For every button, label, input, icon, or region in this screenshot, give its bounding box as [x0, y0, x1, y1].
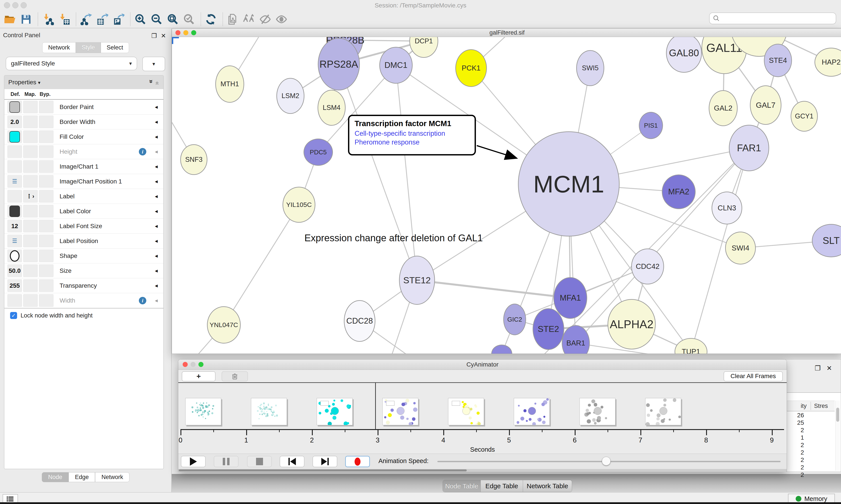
property-row[interactable]: Image/Chart 1◂: [4, 159, 163, 174]
expand-row-icon[interactable]: ◂: [155, 208, 158, 215]
network-node-SLT2[interactable]: SLT: [812, 224, 841, 257]
expand-row-icon[interactable]: ◂: [155, 163, 158, 170]
property-map-cell[interactable]: [23, 145, 38, 158]
property-def-cell[interactable]: [7, 145, 22, 158]
network-node-SNF3[interactable]: SNF3: [180, 144, 208, 175]
property-row[interactable]: ☰Image/Chart Position 1◂: [4, 174, 163, 189]
properties-header[interactable]: Properties ▾ »»: [4, 75, 163, 89]
property-row[interactable]: ☰Label Position◂: [4, 234, 163, 249]
network-node-GAL80[interactable]: GAL80: [666, 37, 702, 73]
style-options-button[interactable]: ▾: [142, 57, 165, 71]
property-row[interactable]: 50.0Size◂: [4, 264, 163, 278]
tab-select[interactable]: Select: [101, 42, 129, 53]
property-map-cell[interactable]: [23, 115, 38, 128]
network-node-NODE2[interactable]: [491, 345, 512, 354]
property-def-cell[interactable]: [7, 250, 22, 262]
cyanimator-titlebar[interactable]: CyAnimator: [178, 360, 787, 370]
network-node-PCK1[interactable]: PCK1: [455, 49, 487, 87]
property-def-cell[interactable]: [7, 190, 22, 202]
property-byp-cell[interactable]: [39, 190, 53, 202]
network-node-MFA1[interactable]: MFA1: [553, 277, 587, 319]
expand-row-icon[interactable]: ◂: [155, 119, 158, 125]
property-map-cell[interactable]: ⋮›: [23, 190, 38, 202]
column-separator[interactable]: [810, 402, 811, 410]
property-byp-cell[interactable]: [39, 101, 53, 113]
mini-tab-network[interactable]: Network: [95, 472, 129, 482]
save-session-icon[interactable]: [20, 13, 32, 25]
search-box[interactable]: [709, 13, 836, 24]
property-row[interactable]: Border Paint◂: [4, 100, 163, 114]
network-node-STE12[interactable]: STE12: [399, 256, 435, 305]
frame-thumbnail-2[interactable]: [317, 398, 353, 425]
property-map-cell[interactable]: [23, 175, 38, 187]
network-window-titlebar[interactable]: galFiltered.sif: [172, 29, 841, 37]
property-map-cell[interactable]: [23, 250, 38, 262]
property-byp-cell[interactable]: [39, 235, 53, 247]
property-byp-cell[interactable]: [39, 205, 53, 217]
style-select[interactable]: galFiltered Style ▾: [6, 57, 137, 70]
frame-thumbnail-5[interactable]: [514, 398, 550, 425]
column-header-stress[interactable]: Stres: [814, 401, 828, 411]
export-image-icon[interactable]: [112, 13, 124, 25]
network-node-SWI5[interactable]: SWI5: [576, 50, 604, 86]
property-byp-cell[interactable]: [39, 280, 53, 292]
expand-row-icon[interactable]: ◂: [155, 193, 158, 200]
network-node-BAR1[interactable]: BAR1: [562, 325, 590, 354]
close-panel-icon[interactable]: ✕: [161, 32, 166, 39]
frame-thumbnail-7[interactable]: [645, 398, 681, 425]
open-session-icon[interactable]: [4, 13, 16, 25]
add-frame-button[interactable]: +: [182, 371, 215, 381]
import-network-icon[interactable]: [42, 13, 54, 25]
tab-network-table[interactable]: Network Table: [523, 480, 572, 492]
float-panel-icon[interactable]: ❐: [815, 364, 821, 372]
property-map-cell[interactable]: [23, 160, 38, 173]
zoom-in-icon[interactable]: [135, 13, 146, 25]
network-node-GAL2[interactable]: GAL2: [709, 90, 738, 126]
tab-node-table[interactable]: Node Table: [443, 480, 481, 492]
network-node-STE4[interactable]: STE4: [764, 44, 792, 77]
search-input[interactable]: [722, 15, 833, 22]
zoom-fit-icon[interactable]: [167, 13, 179, 25]
frame-thumbnail-3[interactable]: [382, 398, 418, 425]
network-node-CDC42[interactable]: CDC42: [631, 249, 664, 284]
property-map-cell[interactable]: [23, 101, 38, 113]
stop-button[interactable]: [247, 456, 272, 467]
network-node-CLN3[interactable]: CLN3: [712, 192, 742, 224]
scrollbar-thumb[interactable]: [836, 408, 839, 422]
expand-row-icon[interactable]: ◂: [155, 104, 158, 110]
tab-style[interactable]: Style: [76, 42, 101, 53]
property-row[interactable]: Label Color◂: [4, 204, 163, 219]
hide-icon[interactable]: [259, 13, 271, 25]
export-table-icon[interactable]: [96, 13, 108, 25]
tab-edge-table[interactable]: Edge Table: [481, 480, 523, 492]
network-edge[interactable]: [339, 64, 417, 280]
skip-start-button[interactable]: [280, 456, 304, 467]
network-node-MTH1[interactable]: MTH1: [215, 66, 244, 103]
property-def-cell[interactable]: ☰: [7, 235, 22, 247]
property-row[interactable]: ⋮›Label◂: [4, 189, 163, 204]
expand-row-icon[interactable]: ◂: [155, 178, 158, 185]
property-byp-cell[interactable]: [39, 145, 53, 158]
network-node-MFA2[interactable]: MFA2: [662, 175, 696, 209]
property-map-cell[interactable]: [23, 220, 38, 232]
property-byp-cell[interactable]: [39, 130, 53, 143]
clear-all-frames-button[interactable]: Clear All Frames: [723, 371, 783, 381]
import-table-icon[interactable]: [58, 13, 70, 25]
mini-tab-node[interactable]: Node: [42, 472, 69, 482]
expand-row-icon[interactable]: ◂: [155, 148, 158, 155]
network-node-YIL105C[interactable]: YIL105C: [283, 187, 315, 223]
network-node-PIS1[interactable]: PIS1: [639, 112, 663, 139]
network-node-PDC5[interactable]: PDC5: [304, 139, 333, 166]
timeline-scrollbar[interactable]: [178, 469, 787, 472]
network-node-FAR1[interactable]: FAR1: [729, 125, 769, 171]
network-node-HAP2[interactable]: HAP2: [815, 48, 841, 77]
network-node-SWI4[interactable]: SWI4: [725, 232, 756, 265]
show-icon[interactable]: [275, 13, 287, 25]
zoom-selected-icon[interactable]: [183, 13, 195, 25]
property-row[interactable]: Widthi◂: [4, 293, 163, 308]
refresh-icon[interactable]: [205, 13, 217, 25]
property-def-cell[interactable]: 12: [7, 220, 22, 232]
property-def-cell[interactable]: [7, 130, 22, 143]
frame-thumbnail-1[interactable]: [251, 398, 287, 425]
property-row[interactable]: 2.0Border Width◂: [4, 114, 163, 129]
